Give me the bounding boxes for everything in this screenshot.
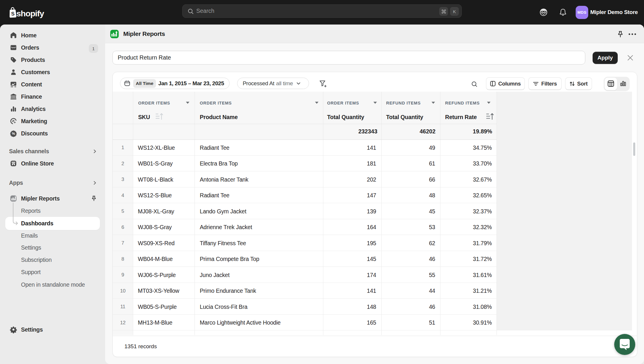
svg-text:%: % [12,132,15,136]
svg-text:shopify: shopify [16,9,44,18]
svg-text:S: S [11,11,15,17]
